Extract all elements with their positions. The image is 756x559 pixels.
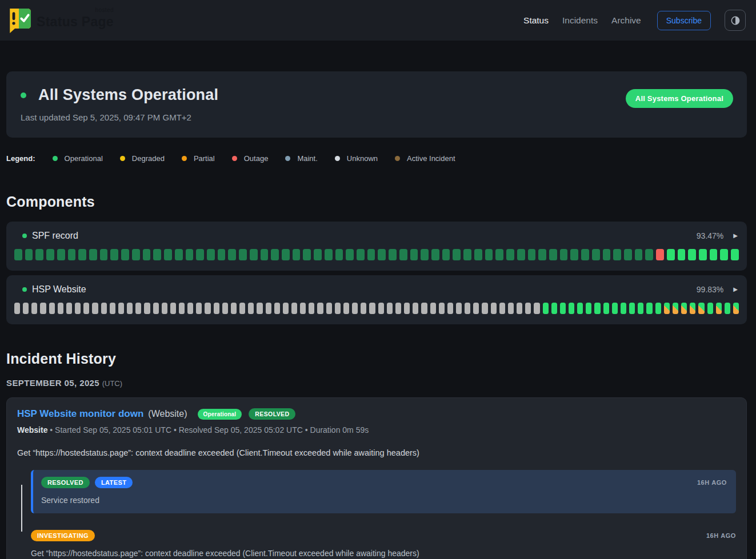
incident-card: HSP Website monitor down (Website) Opera…	[6, 397, 747, 559]
uptime-bar-nodata	[75, 303, 81, 314]
uptime-bar-up_dim	[624, 249, 632, 260]
uptime-bar-up_dim	[357, 249, 365, 260]
uptime-bar-up_dim	[132, 249, 140, 260]
uptime-bar-nodata	[465, 303, 470, 314]
uptime-bar-nodata	[31, 303, 37, 314]
uptime-bar-nodata	[499, 303, 505, 314]
main-content: All Systems Operational Last updated Sep…	[0, 41, 756, 559]
component-status-dot	[22, 287, 27, 292]
uptime-bar-nodata	[534, 303, 539, 314]
operational-dot	[53, 156, 58, 161]
uptime-bar-nodata	[309, 303, 314, 314]
timeline-timestamp: 16H AGO	[697, 479, 727, 486]
uptime-bar-up_dim	[89, 249, 97, 260]
uptime-bar-up_dim	[389, 249, 397, 260]
uptime-bar-up_dim	[549, 249, 557, 260]
uptime-bar-nodata	[482, 303, 487, 314]
uptime-bar-nodata	[127, 303, 133, 314]
latest-pill: LATEST	[95, 477, 133, 488]
contrast-icon	[730, 15, 741, 26]
theme-toggle-button[interactable]	[725, 10, 746, 31]
timeline-timestamp: 16H AGO	[706, 532, 736, 539]
legend-item-maint: Maint.	[285, 154, 317, 163]
degraded-dot	[120, 156, 125, 161]
legend-label: Legend:	[6, 154, 35, 163]
uptime-bar-nodata	[352, 303, 358, 314]
incident-title-link[interactable]: HSP Website monitor down	[17, 408, 143, 420]
uptime-bar-nodata	[421, 303, 427, 314]
uptime-bar-up	[569, 303, 574, 314]
incident-date-heading: SEPTEMBER 05, 2025 (UTC)	[6, 378, 747, 388]
uptime-bar-up	[603, 303, 609, 314]
uptime-bar-nodata	[404, 303, 410, 314]
component-header-spf-record[interactable]: SPF record 93.47% ▶	[14, 231, 739, 241]
uptime-bar-up_dim	[442, 249, 450, 260]
uptime-bar-nodata	[508, 303, 514, 314]
uptime-bar-nodata	[40, 303, 46, 314]
component-card-hsp-website: HSP Website 99.83% ▶	[6, 275, 747, 324]
uptime-bar-up_dim	[453, 249, 461, 260]
legend-item-degraded: Degraded	[120, 154, 165, 163]
component-name: SPF record	[32, 231, 78, 241]
uptime-bar-up_dim	[14, 249, 22, 260]
uptime-bar-up_dim	[261, 249, 269, 260]
expand-arrow-icon[interactable]: ▶	[733, 233, 738, 239]
uptime-bar-up_dim	[303, 249, 311, 260]
expand-arrow-icon[interactable]: ▶	[733, 287, 738, 292]
overall-status-dot	[21, 93, 26, 98]
uptime-bar-nodata	[179, 303, 185, 314]
incident-service-name: Website	[17, 425, 47, 435]
uptime-bar-up_dim	[592, 249, 600, 260]
uptime-bar-partial	[733, 303, 739, 314]
uptime-bars[interactable]	[14, 249, 739, 260]
uptime-bar-nodata	[525, 303, 531, 314]
uptime-bar-up_dim	[410, 249, 418, 260]
component-header-hsp-website[interactable]: HSP Website 99.83% ▶	[14, 284, 739, 295]
uptime-bar-nodata	[491, 303, 497, 314]
nav-link-archive[interactable]: Archive	[611, 15, 641, 26]
overall-status-badge: All Systems Operational	[626, 89, 733, 108]
uptime-bar-nodata	[153, 303, 159, 314]
brand-superscript: hosted	[95, 7, 114, 13]
uptime-bar-up_dim	[421, 249, 429, 260]
legend-item-unknown: Unknown	[335, 154, 378, 163]
uptime-bar-up_dim	[228, 249, 236, 260]
incident-meta: Website • Started Sep 05, 2025 05:01 UTC…	[17, 425, 736, 435]
uptime-bar-up_dim	[528, 249, 536, 260]
uptime-bar-nodata	[413, 303, 418, 314]
uptime-bar-up	[577, 303, 583, 314]
subscribe-button[interactable]: Subscribe	[657, 11, 711, 30]
uptime-bar-up_dim	[46, 249, 54, 260]
uptime-bar-up_dim	[560, 249, 568, 260]
uptime-bar-up	[638, 303, 643, 314]
timeline-entry-investigating: INVESTIGATING 16H AGO Get “https://hoste…	[17, 529, 736, 558]
uptime-bar-nodata	[58, 303, 63, 314]
legend-item-partial: Partial	[182, 154, 215, 163]
uptime-bar-nodata	[257, 303, 262, 314]
uptime-bar-partial	[673, 303, 678, 314]
uptime-bar-partial	[664, 303, 670, 314]
uptime-bar-up_dim	[164, 249, 172, 260]
uptime-bar-up_dim	[78, 249, 86, 260]
uptime-bar-nodata	[92, 303, 98, 314]
uptime-bar-up_dim	[68, 249, 76, 260]
uptime-bar-up_dim	[506, 249, 514, 260]
uptime-bar-up	[594, 303, 600, 314]
uptime-bars[interactable]	[14, 303, 739, 314]
uptime-bar-up_dim	[431, 249, 439, 260]
uptime-bar-up_dim	[399, 249, 407, 260]
uptime-bar-up_dim	[485, 249, 493, 260]
uptime-bar-nodata	[205, 303, 210, 314]
nav-link-incidents[interactable]: Incidents	[562, 15, 598, 26]
uptime-bar-up_dim	[25, 249, 33, 260]
investigating-pill: INVESTIGATING	[31, 530, 95, 541]
header: Status Page hosted Status Incidents Arch…	[0, 0, 756, 41]
nav-link-status[interactable]: Status	[523, 15, 549, 26]
uptime-bar-up	[560, 303, 566, 314]
incident-history-heading: Incident History	[6, 351, 747, 367]
component-card-spf-record: SPF record 93.47% ▶	[6, 222, 747, 271]
uptime-bar-nodata	[291, 303, 297, 314]
uptime-bar-nodata	[110, 303, 115, 314]
brand-logo-icon	[7, 7, 31, 34]
uptime-bar-nodata	[387, 303, 393, 314]
